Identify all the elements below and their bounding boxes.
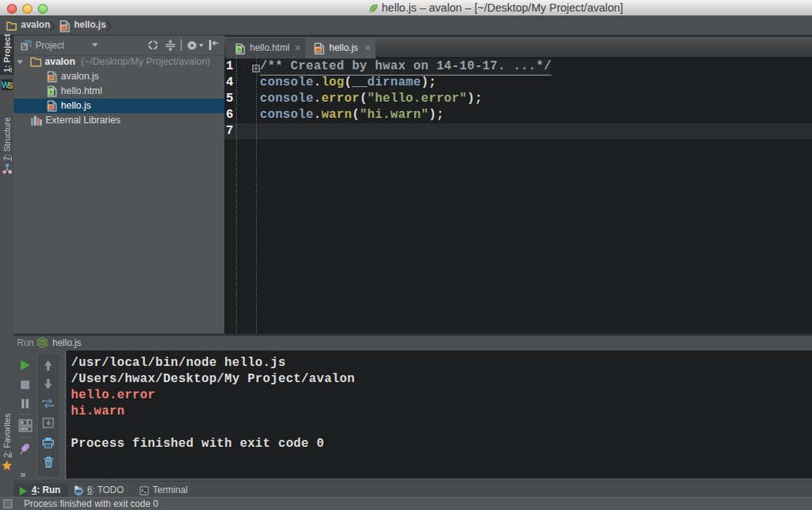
svg-text:JS: JS xyxy=(40,340,45,344)
svg-text:h: h xyxy=(238,47,241,52)
svg-text:JS: JS xyxy=(49,105,54,109)
svg-text:JS: JS xyxy=(61,25,66,30)
svg-text:JS: JS xyxy=(315,48,321,52)
svg-text:h: h xyxy=(49,89,52,95)
svg-text:JS: JS xyxy=(49,75,54,80)
svg-text:S: S xyxy=(8,82,12,90)
